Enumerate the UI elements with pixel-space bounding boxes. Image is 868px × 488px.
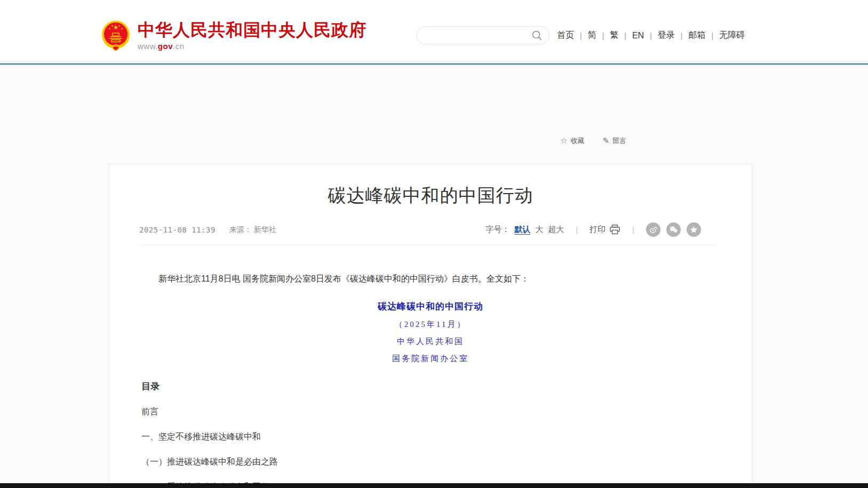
doc-date: （2025年11月） — [141, 319, 720, 330]
wechat-share-button[interactable] — [666, 222, 681, 237]
site-header: 中华人民共和国中央人民政府 www.gov.cn 首页|简|繁|EN|登录|邮箱… — [0, 0, 868, 65]
qzone-share-button[interactable] — [687, 222, 701, 237]
nav-link-3[interactable]: 繁 — [610, 30, 618, 41]
nav-separator: | — [624, 31, 626, 40]
nav-separator: | — [580, 31, 582, 40]
favorite-label: 收藏 — [570, 136, 584, 146]
site-title: 中华人民共和国中央人民政府 — [138, 21, 367, 39]
logo-text: 中华人民共和国中央人民政府 www.gov.cn — [138, 21, 367, 51]
font-size-option[interactable]: 默认 — [514, 225, 530, 235]
nav-link-5[interactable]: 登录 — [658, 30, 675, 41]
nav-link-1[interactable]: 首页 — [557, 30, 574, 41]
toc-item: 一、坚定不移推进碳达峰碳中和 — [141, 431, 720, 443]
doc-org-line1: 中华人民共和国 — [141, 337, 720, 347]
source-line: 来源： 新华社 — [229, 225, 276, 235]
article-meta-right: 字号： 默认大超大 | 打印 | — [485, 222, 701, 237]
article-title: 碳达峰碳中和的中国行动 — [141, 183, 720, 208]
comment-button[interactable]: ✎ 留言 — [602, 136, 626, 146]
article-meta-row: 2025-11-08 11:39 来源： 新华社 字号： 默认大超大 | 打印 … — [138, 222, 716, 245]
share-group — [646, 222, 701, 237]
search-box[interactable] — [417, 26, 550, 44]
national-emblem-icon — [101, 20, 130, 51]
nav-separator: | — [681, 31, 683, 40]
qzone-star-icon — [689, 225, 698, 234]
meta-divider: | — [632, 225, 634, 234]
print-button[interactable]: 打印 — [590, 225, 620, 235]
intro-paragraph: 新华社北京11月8日电 国务院新闻办公室8日发布《碳达峰碳中和的中国行动》白皮书… — [141, 272, 720, 286]
search-input[interactable] — [424, 31, 531, 39]
toc-item: 前言 — [141, 406, 720, 418]
wechat-icon — [669, 225, 678, 234]
pencil-icon: ✎ — [602, 136, 609, 146]
print-label: 打印 — [590, 225, 606, 235]
nav-link-6[interactable]: 邮箱 — [688, 30, 705, 41]
font-size-option[interactable]: 大 — [535, 225, 543, 235]
article-body: 新华社北京11月8日电 国务院新闻办公室8日发布《碳达峰碳中和的中国行动》白皮书… — [109, 272, 752, 488]
font-size-options: 默认大超大 — [509, 225, 564, 235]
font-size-option[interactable]: 超大 — [548, 225, 564, 235]
nav-separator: | — [602, 31, 604, 40]
nav-separator: | — [650, 31, 652, 40]
page-actions: ☆ 收藏 ✎ 留言 — [560, 136, 626, 146]
nav-link-4[interactable]: EN — [632, 31, 644, 41]
page-background: ☆ 收藏 ✎ 留言 碳达峰碳中和的中国行动 2025-11-08 11:39 来… — [0, 66, 868, 488]
font-size-label: 字号： — [485, 225, 509, 235]
weibo-icon — [649, 225, 658, 234]
toc-heading: 目录 — [141, 380, 720, 393]
source-name[interactable]: 新华社 — [254, 225, 276, 234]
printer-icon — [609, 225, 620, 235]
article-meta-left: 2025-11-08 11:39 来源： 新华社 — [139, 225, 276, 235]
bottom-edge-bar — [0, 483, 868, 488]
publish-date: 2025-11-08 11:39 — [139, 226, 216, 234]
nav-link-2[interactable]: 简 — [588, 30, 596, 41]
doc-title: 碳达峰碳中和的中国行动 — [141, 300, 720, 313]
nav-link-7[interactable]: 无障碍 — [719, 30, 745, 41]
meta-divider: | — [576, 225, 578, 234]
weibo-share-button[interactable] — [646, 222, 660, 237]
comment-label: 留言 — [612, 136, 626, 146]
top-nav: 首页|简|繁|EN|登录|邮箱|无障碍 — [557, 30, 745, 41]
toc-list: 前言一、坚定不移推进碳达峰碳中和（一）推进碳达峰碳中和是必由之路（二）系统推进碳… — [141, 406, 720, 488]
doc-org-line2: 国务院新闻办公室 — [141, 354, 720, 364]
star-outline-icon: ☆ — [560, 136, 567, 146]
favorite-button[interactable]: ☆ 收藏 — [560, 136, 584, 146]
site-logo[interactable]: 中华人民共和国中央人民政府 www.gov.cn — [101, 20, 367, 51]
nav-separator: | — [711, 31, 713, 40]
site-url: www.gov.cn — [138, 42, 367, 51]
toc-item: （一）推进碳达峰碳中和是必由之路 — [141, 457, 720, 468]
article-panel: 碳达峰碳中和的中国行动 2025-11-08 11:39 来源： 新华社 字号：… — [109, 164, 752, 488]
search-icon[interactable] — [531, 30, 543, 41]
